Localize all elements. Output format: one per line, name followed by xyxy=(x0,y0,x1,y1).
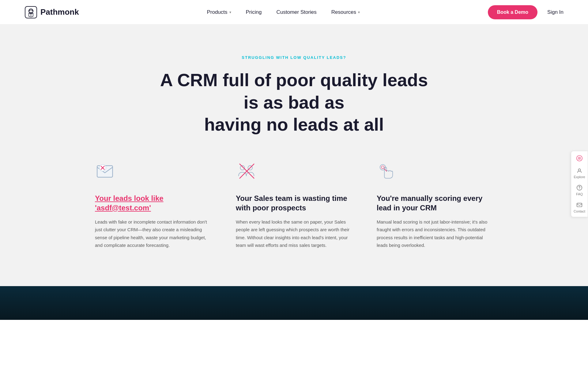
explore-icon xyxy=(576,167,583,174)
card-1-title: Your leads look like 'asdf@test.com' xyxy=(95,194,211,213)
nav-links: Products ▾ Pricing Customer Stories Reso… xyxy=(207,9,360,15)
nav-resources[interactable]: Resources ▾ xyxy=(331,9,360,15)
faq-icon xyxy=(576,184,583,191)
sidebar-contact-tool[interactable]: Contact xyxy=(574,201,585,213)
card-3-body: Manual lead scoring is not just labor-in… xyxy=(377,218,493,249)
card-1-body: Leads with fake or incomplete contact in… xyxy=(95,218,211,249)
logo-icon xyxy=(24,6,37,19)
grid-icon xyxy=(576,155,583,162)
nav-pricing[interactable]: Pricing xyxy=(246,9,262,15)
svg-point-19 xyxy=(579,189,580,189)
navigation: Pathmonk Products ▾ Pricing Customer Sto… xyxy=(0,0,588,25)
card-fake-leads: Your leads look like 'asdf@test.com' Lea… xyxy=(95,157,211,249)
card-2-body: When every lead looks the same on paper,… xyxy=(236,218,352,249)
sidebar-tools: Explore FAQ Contact xyxy=(571,151,588,217)
nav-right: Book a Demo Sign In xyxy=(488,5,564,19)
card-2-title: Your Sales team is wasting time with poo… xyxy=(236,194,352,213)
explore-label: Explore xyxy=(574,175,585,179)
svg-point-4 xyxy=(32,10,33,11)
svg-point-3 xyxy=(29,10,30,11)
people-block-icon xyxy=(236,157,352,185)
products-chevron-icon: ▾ xyxy=(229,10,231,14)
faq-label: FAQ xyxy=(576,192,583,196)
svg-line-13 xyxy=(385,169,386,171)
sign-in-button[interactable]: Sign In xyxy=(547,9,564,15)
envelope-x-icon xyxy=(95,157,211,185)
hand-search-icon xyxy=(377,157,493,185)
sidebar-faq-tool[interactable]: FAQ xyxy=(576,184,583,196)
contact-icon xyxy=(576,201,583,208)
resources-chevron-icon: ▾ xyxy=(358,10,360,14)
book-demo-button[interactable]: Book a Demo xyxy=(488,5,537,19)
card-manual-scoring: You're manually scoring every lead in yo… xyxy=(377,157,493,249)
card-3-title: You're manually scoring every lead in yo… xyxy=(377,194,493,213)
svg-point-12 xyxy=(381,166,384,168)
svg-rect-20 xyxy=(577,203,582,207)
cards-row: Your leads look like 'asdf@test.com' Lea… xyxy=(95,157,493,249)
hero-title: A CRM full of poor quality leads is as b… xyxy=(156,69,432,136)
nav-customer-stories[interactable]: Customer Stories xyxy=(276,9,316,15)
hero-eyebrow: STRUGGLING WITH LOW QUALITY LEADS? xyxy=(61,55,527,60)
contact-label: Contact xyxy=(574,209,585,213)
logo[interactable]: Pathmonk xyxy=(24,6,79,19)
nav-products[interactable]: Products ▾ xyxy=(207,9,231,15)
card-poor-prospects: Your Sales team is wasting time with poo… xyxy=(236,157,352,249)
svg-point-17 xyxy=(578,169,580,171)
logo-text: Pathmonk xyxy=(40,7,79,17)
sidebar-grid-tool[interactable] xyxy=(576,155,583,162)
sidebar-explore-tool[interactable]: Explore xyxy=(574,167,585,179)
dark-footer xyxy=(0,286,588,320)
hero-section: STRUGGLING WITH LOW QUALITY LEADS? A CRM… xyxy=(0,25,588,286)
